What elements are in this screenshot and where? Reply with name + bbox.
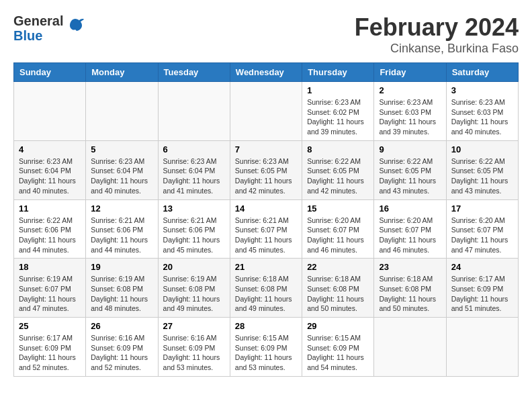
day-number: 6 xyxy=(163,144,225,154)
logo-bird-icon xyxy=(66,16,85,38)
calendar-cell: 4Sunrise: 6:23 AM Sunset: 6:04 PM Daylig… xyxy=(14,140,86,199)
calendar-cell: 14Sunrise: 6:21 AM Sunset: 6:07 PM Dayli… xyxy=(230,199,302,259)
calendar-cell: 22Sunrise: 6:18 AM Sunset: 6:08 PM Dayli… xyxy=(302,259,374,318)
day-info: Sunrise: 6:16 AM Sunset: 6:09 PM Dayligh… xyxy=(163,333,225,373)
calendar-cell: 16Sunrise: 6:20 AM Sunset: 6:07 PM Dayli… xyxy=(374,199,446,259)
calendar-cell: 20Sunrise: 6:19 AM Sunset: 6:08 PM Dayli… xyxy=(158,259,230,318)
day-info: Sunrise: 6:20 AM Sunset: 6:07 PM Dayligh… xyxy=(379,216,441,255)
day-number: 21 xyxy=(235,262,297,272)
calendar-cell: 25Sunrise: 6:17 AM Sunset: 6:09 PM Dayli… xyxy=(14,318,86,377)
calendar-cell: 5Sunrise: 6:23 AM Sunset: 6:04 PM Daylig… xyxy=(86,140,158,199)
day-number: 20 xyxy=(163,262,225,272)
calendar-cell: 13Sunrise: 6:21 AM Sunset: 6:06 PM Dayli… xyxy=(158,199,230,259)
day-info: Sunrise: 6:20 AM Sunset: 6:07 PM Dayligh… xyxy=(307,216,369,255)
calendar-body: 1Sunrise: 6:23 AM Sunset: 6:02 PM Daylig… xyxy=(14,82,519,377)
calendar-cell: 9Sunrise: 6:22 AM Sunset: 6:05 PM Daylig… xyxy=(374,140,446,199)
day-number: 23 xyxy=(379,262,441,272)
day-number: 15 xyxy=(307,203,369,214)
calendar-cell: 11Sunrise: 6:22 AM Sunset: 6:06 PM Dayli… xyxy=(14,199,86,259)
day-info: Sunrise: 6:21 AM Sunset: 6:06 PM Dayligh… xyxy=(163,216,225,255)
calendar-day-header: Wednesday xyxy=(230,63,302,82)
day-number: 18 xyxy=(19,262,81,272)
day-number: 28 xyxy=(235,321,297,331)
day-info: Sunrise: 6:18 AM Sunset: 6:08 PM Dayligh… xyxy=(235,274,297,314)
calendar-cell: 7Sunrise: 6:23 AM Sunset: 6:05 PM Daylig… xyxy=(230,140,302,199)
day-info: Sunrise: 6:23 AM Sunset: 6:03 PM Dayligh… xyxy=(451,97,513,137)
day-info: Sunrise: 6:19 AM Sunset: 6:08 PM Dayligh… xyxy=(91,274,152,314)
day-number: 29 xyxy=(307,321,369,331)
calendar-day-header: Sunday xyxy=(14,63,86,82)
day-info: Sunrise: 6:22 AM Sunset: 6:05 PM Dayligh… xyxy=(307,156,369,196)
day-number: 8 xyxy=(307,144,369,154)
day-number: 9 xyxy=(379,144,441,154)
day-number: 11 xyxy=(19,203,81,214)
day-info: Sunrise: 6:19 AM Sunset: 6:07 PM Dayligh… xyxy=(19,274,81,314)
day-number: 4 xyxy=(19,144,81,154)
calendar-week-row: 11Sunrise: 6:22 AM Sunset: 6:06 PM Dayli… xyxy=(14,199,519,259)
day-number: 26 xyxy=(91,321,152,331)
day-number: 25 xyxy=(19,321,81,331)
page-header: General Blue February 2024 Cinkanse, Bur… xyxy=(13,13,519,56)
day-number: 1 xyxy=(307,85,369,95)
calendar-week-row: 4Sunrise: 6:23 AM Sunset: 6:04 PM Daylig… xyxy=(14,140,519,199)
day-number: 12 xyxy=(91,203,152,214)
calendar-cell xyxy=(14,82,86,141)
calendar-cell: 12Sunrise: 6:21 AM Sunset: 6:06 PM Dayli… xyxy=(86,199,158,259)
logo: General Blue xyxy=(13,13,85,43)
day-number: 2 xyxy=(379,85,441,95)
day-number: 19 xyxy=(91,262,152,272)
calendar-day-header: Monday xyxy=(86,63,158,82)
calendar-cell: 6Sunrise: 6:23 AM Sunset: 6:04 PM Daylig… xyxy=(158,140,230,199)
title-area: February 2024 Cinkanse, Burkina Faso xyxy=(355,13,519,56)
calendar-cell xyxy=(86,82,158,141)
day-number: 27 xyxy=(163,321,225,331)
day-info: Sunrise: 6:23 AM Sunset: 6:05 PM Dayligh… xyxy=(235,156,297,196)
day-info: Sunrise: 6:17 AM Sunset: 6:09 PM Dayligh… xyxy=(19,333,81,373)
calendar-cell: 21Sunrise: 6:18 AM Sunset: 6:08 PM Dayli… xyxy=(230,259,302,318)
logo-blue-text: Blue xyxy=(13,28,63,43)
day-info: Sunrise: 6:21 AM Sunset: 6:06 PM Dayligh… xyxy=(91,216,152,255)
calendar-day-header: Tuesday xyxy=(158,63,230,82)
day-info: Sunrise: 6:23 AM Sunset: 6:03 PM Dayligh… xyxy=(379,97,441,137)
day-info: Sunrise: 6:15 AM Sunset: 6:09 PM Dayligh… xyxy=(235,333,297,373)
calendar-cell: 1Sunrise: 6:23 AM Sunset: 6:02 PM Daylig… xyxy=(302,82,374,141)
day-info: Sunrise: 6:22 AM Sunset: 6:05 PM Dayligh… xyxy=(379,156,441,196)
calendar-cell: 27Sunrise: 6:16 AM Sunset: 6:09 PM Dayli… xyxy=(158,318,230,377)
day-info: Sunrise: 6:23 AM Sunset: 6:02 PM Dayligh… xyxy=(307,97,369,137)
month-title: February 2024 xyxy=(355,13,519,42)
day-number: 17 xyxy=(451,203,513,214)
day-info: Sunrise: 6:17 AM Sunset: 6:09 PM Dayligh… xyxy=(451,274,513,314)
calendar-header-row: SundayMondayTuesdayWednesdayThursdayFrid… xyxy=(14,63,519,82)
day-info: Sunrise: 6:23 AM Sunset: 6:04 PM Dayligh… xyxy=(91,156,152,196)
calendar-cell: 23Sunrise: 6:18 AM Sunset: 6:08 PM Dayli… xyxy=(374,259,446,318)
calendar-cell: 28Sunrise: 6:15 AM Sunset: 6:09 PM Dayli… xyxy=(230,318,302,377)
calendar-cell: 24Sunrise: 6:17 AM Sunset: 6:09 PM Dayli… xyxy=(446,259,518,318)
calendar-cell: 2Sunrise: 6:23 AM Sunset: 6:03 PM Daylig… xyxy=(374,82,446,141)
calendar-week-row: 25Sunrise: 6:17 AM Sunset: 6:09 PM Dayli… xyxy=(14,318,519,377)
day-number: 22 xyxy=(307,262,369,272)
calendar-cell: 15Sunrise: 6:20 AM Sunset: 6:07 PM Dayli… xyxy=(302,199,374,259)
day-info: Sunrise: 6:16 AM Sunset: 6:09 PM Dayligh… xyxy=(91,333,152,373)
day-info: Sunrise: 6:21 AM Sunset: 6:07 PM Dayligh… xyxy=(235,216,297,255)
day-number: 10 xyxy=(451,144,513,154)
calendar-day-header: Saturday xyxy=(446,63,518,82)
calendar-day-header: Friday xyxy=(374,63,446,82)
calendar-cell: 8Sunrise: 6:22 AM Sunset: 6:05 PM Daylig… xyxy=(302,140,374,199)
day-number: 14 xyxy=(235,203,297,214)
calendar-cell xyxy=(446,318,518,377)
calendar-cell: 26Sunrise: 6:16 AM Sunset: 6:09 PM Dayli… xyxy=(86,318,158,377)
day-number: 13 xyxy=(163,203,225,214)
day-info: Sunrise: 6:22 AM Sunset: 6:05 PM Dayligh… xyxy=(451,156,513,196)
calendar-cell: 10Sunrise: 6:22 AM Sunset: 6:05 PM Dayli… xyxy=(446,140,518,199)
location-title: Cinkanse, Burkina Faso xyxy=(355,42,519,56)
day-info: Sunrise: 6:19 AM Sunset: 6:08 PM Dayligh… xyxy=(163,274,225,314)
calendar-cell xyxy=(230,82,302,141)
day-info: Sunrise: 6:23 AM Sunset: 6:04 PM Dayligh… xyxy=(19,156,81,196)
calendar-cell xyxy=(158,82,230,141)
day-info: Sunrise: 6:15 AM Sunset: 6:09 PM Dayligh… xyxy=(307,333,369,373)
day-info: Sunrise: 6:22 AM Sunset: 6:06 PM Dayligh… xyxy=(19,216,81,255)
calendar-week-row: 1Sunrise: 6:23 AM Sunset: 6:02 PM Daylig… xyxy=(14,82,519,141)
day-number: 3 xyxy=(451,85,513,95)
calendar-cell: 19Sunrise: 6:19 AM Sunset: 6:08 PM Dayli… xyxy=(86,259,158,318)
calendar-week-row: 18Sunrise: 6:19 AM Sunset: 6:07 PM Dayli… xyxy=(14,259,519,318)
